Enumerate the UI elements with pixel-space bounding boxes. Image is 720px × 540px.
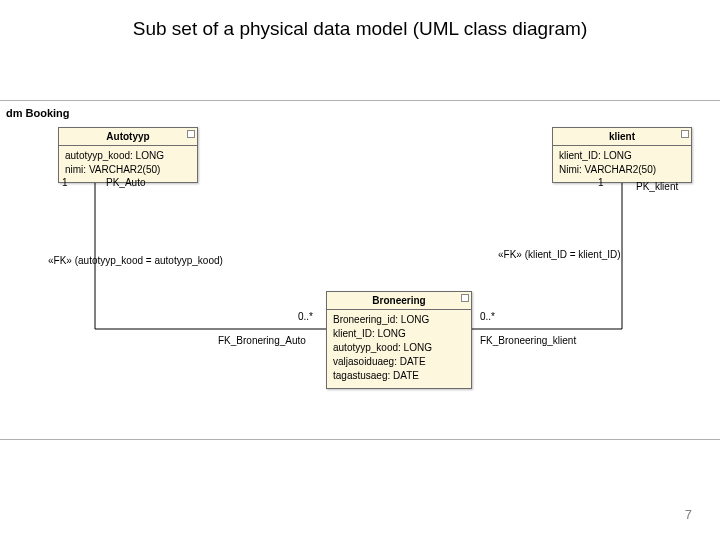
fk-text-left: «FK» (autotyyp_kood = autotyyp_kood) [48,255,223,266]
attr: tagastusaeg: DATE [333,369,465,383]
class-klient: klient klient_ID: LONG Nimi: VARCHAR2(50… [552,127,692,183]
class-body: klient_ID: LONG Nimi: VARCHAR2(50) [553,146,691,182]
mult-bottom-right: 0..* [480,311,495,322]
pk-auto: PK_Auto [106,177,145,188]
class-body: Broneering_id: LONG klient_ID: LONG auto… [327,310,471,388]
attr: autotyyp_kood: LONG [65,149,191,163]
fk-name-left: FK_Bronering_Auto [218,335,306,346]
fk-name-right: FK_Broneering_klient [480,335,576,346]
class-corner-icon [681,130,689,138]
fk-text-right: «FK» (klient_ID = klient_ID) [498,249,621,260]
attr: autotyyp_kood: LONG [333,341,465,355]
class-corner-icon [461,294,469,302]
attr: klient_ID: LONG [333,327,465,341]
attr: Nimi: VARCHAR2(50) [559,163,685,177]
mult-top-left: 1 [62,177,68,188]
attr: Broneering_id: LONG [333,313,465,327]
mult-top-right: 1 [598,177,604,188]
class-name-text: Broneering [372,295,425,306]
class-name-text: Autotyyp [106,131,149,142]
class-name: Broneering [327,292,471,310]
diagram-canvas: dm Booking Autotyyp autotyyp_kood: LONG … [0,100,720,440]
pk-klient: PK_klient [636,181,678,192]
slide-title: Sub set of a physical data model (UML cl… [0,18,720,40]
attr: klient_ID: LONG [559,149,685,163]
attr: valjasoiduaeg: DATE [333,355,465,369]
package-label: dm Booking [6,107,70,119]
class-autotyyp: Autotyyp autotyyp_kood: LONG nimi: VARCH… [58,127,198,183]
class-name: klient [553,128,691,146]
mult-bottom-left: 0..* [298,311,313,322]
class-corner-icon [187,130,195,138]
attr: nimi: VARCHAR2(50) [65,163,191,177]
class-broneering: Broneering Broneering_id: LONG klient_ID… [326,291,472,389]
class-name-text: klient [609,131,635,142]
class-name: Autotyyp [59,128,197,146]
page-number: 7 [685,507,692,522]
